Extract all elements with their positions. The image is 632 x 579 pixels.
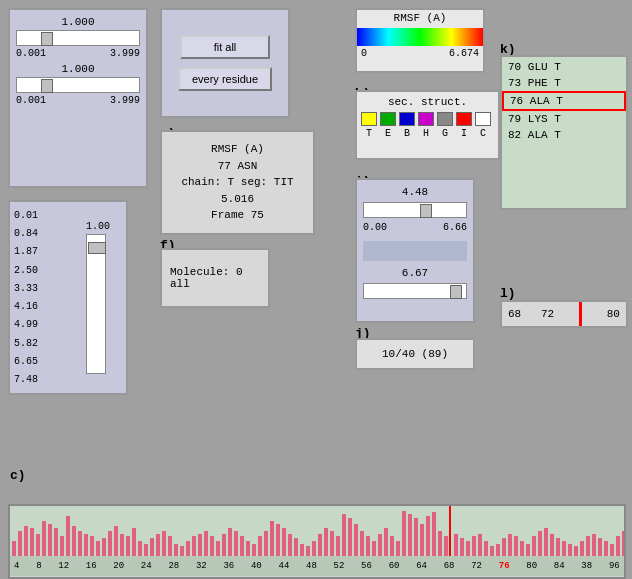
svg-rect-13 [90, 536, 94, 556]
svg-rect-102 [622, 531, 624, 556]
svg-rect-96 [586, 536, 590, 556]
slider1-thumb[interactable] [41, 32, 53, 46]
svg-rect-21 [138, 541, 142, 556]
svg-rect-58 [360, 531, 364, 556]
b-vert-slider[interactable] [86, 234, 106, 374]
svg-rect-74 [454, 534, 458, 556]
svg-rect-34 [216, 541, 220, 556]
svg-rect-62 [384, 528, 388, 556]
svg-rect-100 [610, 544, 614, 556]
g-max: 6.674 [449, 48, 479, 59]
panel-e: RMSF (A) 77 ASN chain: T seg: TIT 5.016 … [160, 130, 315, 235]
svg-rect-45 [282, 528, 286, 556]
b-top-label: 1.00 [86, 221, 110, 232]
b-val-5: 4.16 [14, 301, 66, 312]
svg-rect-60 [372, 541, 376, 556]
k-row-2[interactable]: 76 ALA T [502, 91, 626, 111]
i-thumb2[interactable] [450, 285, 462, 299]
panel-i: 4.48 0.00 6.66 6.67 [355, 178, 475, 323]
fit-all-button[interactable]: fit all [180, 35, 270, 59]
svg-rect-6 [48, 524, 52, 556]
svg-rect-8 [60, 536, 64, 556]
panel-f: Molecule: 0 all [160, 248, 270, 308]
svg-rect-0 [12, 541, 16, 556]
panel-j: 10/40 (89) [355, 338, 475, 370]
slider2-minmax: 0.001 3.999 [16, 95, 140, 106]
svg-rect-23 [150, 538, 154, 556]
svg-rect-92 [562, 541, 566, 556]
h-label-H: H [418, 128, 434, 139]
svg-rect-27 [174, 544, 178, 556]
ax-76: 76 [499, 561, 510, 571]
slider2-track[interactable] [16, 77, 140, 93]
svg-rect-63 [390, 536, 394, 556]
h-label-E: E [380, 128, 396, 139]
svg-rect-3 [30, 528, 34, 556]
svg-rect-28 [180, 546, 184, 556]
g-colorbar-labels: 0 6.674 [357, 48, 483, 59]
histogram-area [10, 506, 624, 556]
svg-rect-81 [496, 544, 500, 556]
ax-38: 38 [581, 561, 592, 571]
ax-36: 36 [223, 561, 234, 571]
svg-rect-42 [264, 531, 268, 556]
svg-rect-24 [156, 534, 160, 556]
ax-32: 32 [196, 561, 207, 571]
svg-rect-14 [96, 541, 100, 556]
slider-group-2: 1.000 0.001 3.999 [16, 63, 140, 106]
ax-44: 44 [279, 561, 290, 571]
b-vert-thumb[interactable] [88, 242, 106, 254]
svg-rect-31 [198, 534, 202, 556]
svg-rect-16 [108, 531, 112, 556]
e-line3: 5.016 [221, 191, 254, 208]
svg-rect-4 [36, 534, 40, 556]
h-color-B [399, 112, 415, 126]
svg-rect-22 [144, 544, 148, 556]
svg-rect-61 [378, 534, 382, 556]
svg-rect-51 [318, 534, 322, 556]
slider1-track[interactable] [16, 30, 140, 46]
slider1-minmax: 0.001 3.999 [16, 48, 140, 59]
ax-72: 72 [471, 561, 482, 571]
svg-rect-64 [396, 541, 400, 556]
svg-rect-65 [402, 511, 406, 556]
svg-rect-101 [616, 536, 620, 556]
slider2-thumb[interactable] [41, 79, 53, 93]
svg-rect-15 [102, 538, 106, 556]
svg-rect-54 [336, 536, 340, 556]
svg-rect-39 [246, 541, 250, 556]
i-thumb-h[interactable] [420, 204, 432, 218]
svg-rect-76 [466, 541, 470, 556]
b-val-7: 5.82 [14, 338, 66, 349]
panel-c: 4 8 12 16 20 24 28 32 36 40 44 48 52 56 … [8, 504, 626, 579]
svg-rect-26 [168, 536, 172, 556]
b-val-1: 0.84 [14, 228, 66, 239]
i-slider-horiz[interactable] [363, 202, 467, 218]
every-residue-button[interactable]: every residue [178, 67, 272, 91]
l-label-68: 68 [508, 308, 521, 320]
svg-rect-59 [366, 536, 370, 556]
i-slider2[interactable] [363, 283, 467, 299]
svg-rect-80 [490, 546, 494, 556]
histogram-axis: 4 8 12 16 20 24 28 32 36 40 44 48 52 56 … [10, 556, 624, 576]
slider1-min: 0.001 [16, 48, 46, 59]
b-val-8: 6.65 [14, 356, 66, 367]
slider1-value: 1.000 [16, 16, 140, 28]
h-color-G [437, 112, 453, 126]
b-val-2: 1.87 [14, 246, 66, 257]
e-line2: chain: T seg: TIT [181, 174, 293, 191]
svg-rect-47 [294, 538, 298, 556]
ax-80: 80 [526, 561, 537, 571]
svg-rect-79 [484, 541, 488, 556]
svg-rect-44 [276, 524, 280, 556]
b-val-6: 4.99 [14, 319, 66, 330]
h-color-H [418, 112, 434, 126]
svg-rect-84 [514, 536, 518, 556]
h-label-G: G [437, 128, 453, 139]
i-min: 0.00 [363, 222, 387, 233]
axis-label-row: 4 8 12 16 20 24 28 32 36 40 44 48 52 56 … [14, 561, 620, 571]
svg-rect-52 [324, 528, 328, 556]
h-color-C [475, 112, 491, 126]
svg-rect-33 [210, 536, 214, 556]
svg-rect-32 [204, 531, 208, 556]
